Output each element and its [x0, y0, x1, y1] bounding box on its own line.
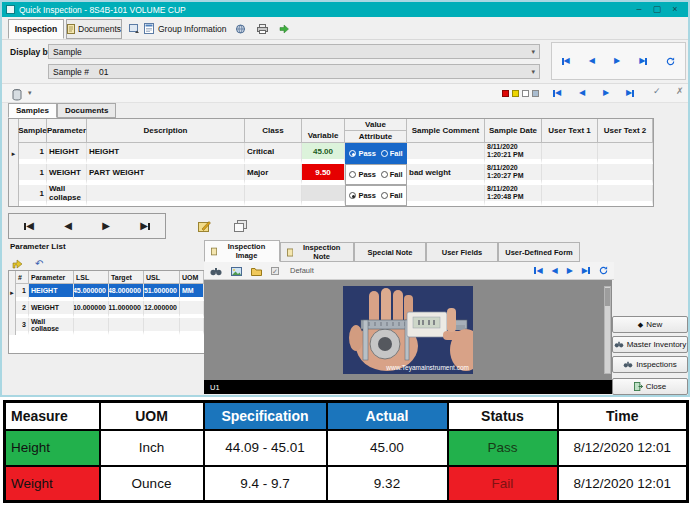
cell-comment[interactable]: bad weight [407, 164, 485, 185]
group-information-button[interactable]: Group Information [144, 21, 227, 36]
edit-icon[interactable] [198, 218, 211, 236]
cell-parameter[interactable]: Wall collapse [47, 185, 87, 206]
cell-date[interactable]: 8/11/2020 1:20:21 PM [485, 143, 542, 164]
find-binoculars-icon[interactable] [210, 262, 222, 280]
cell-parameter[interactable]: HEIGHT [29, 284, 74, 301]
tab-user-fields[interactable]: User Fields [426, 242, 498, 262]
cell-usl[interactable]: 12.000000 [144, 301, 180, 318]
cell-parameter[interactable]: WEIGHT [47, 164, 87, 185]
fail-radio[interactable]: Fail [381, 170, 403, 179]
tab-inspection-image[interactable]: Inspection Image [204, 240, 280, 262]
previous-row-icon[interactable]: ◀ [579, 89, 585, 97]
cell-description[interactable]: PART WEIGHT [87, 164, 245, 185]
cell-sample[interactable]: 1 [19, 164, 47, 185]
cell-date[interactable]: 8/11/2020 1:20:27 PM [485, 164, 542, 185]
fail-radio[interactable]: Fail [381, 149, 403, 158]
image-scrollbar[interactable] [604, 286, 611, 374]
cell-variable[interactable]: 9.50 [302, 164, 345, 185]
display-by-select[interactable]: Sample ▾ [48, 44, 540, 59]
undo-icon[interactable]: ↶ [35, 259, 43, 269]
cell-comment[interactable] [407, 185, 485, 206]
cell-variable[interactable] [302, 185, 345, 206]
cell-uom[interactable]: MM [180, 284, 204, 301]
new-button[interactable]: ◆ New [612, 316, 688, 333]
transfer-icon[interactable] [232, 21, 248, 36]
cell-user1[interactable] [542, 164, 598, 185]
copy-icon[interactable] [234, 218, 247, 236]
last-record-icon[interactable]: ▶ [140, 221, 150, 231]
previous-image-icon[interactable]: ◀ [552, 267, 558, 275]
cell-parameter[interactable]: Wall collapse [29, 318, 74, 335]
cell-parameter[interactable]: HEIGHT [47, 143, 87, 164]
default-checkbox[interactable]: ✓ [271, 267, 279, 275]
cell-lsl[interactable]: 45.000000 [74, 284, 109, 301]
previous-record-icon[interactable]: ◀ [589, 57, 595, 65]
commit-check-icon[interactable]: ✓ [653, 87, 661, 96]
cell-class[interactable] [245, 185, 302, 206]
close-window-button[interactable]: × [666, 2, 684, 17]
tab-special-note[interactable]: Special Note [354, 242, 426, 262]
maximize-button[interactable]: ▢ [648, 2, 666, 17]
cell-lsl[interactable]: 10.000000 [74, 301, 109, 318]
image-icon[interactable] [231, 262, 242, 280]
cell-usl[interactable]: 51.000000 [144, 284, 180, 301]
tab-inspection-note[interactable]: Inspection Note [280, 242, 354, 262]
cell-date[interactable]: 8/11/2020 1:20:48 PM [485, 185, 542, 206]
caliper-photo[interactable]: www.Teyamainstrument.com [343, 286, 473, 374]
first-row-icon[interactable]: ◀ [553, 89, 561, 97]
cell-num[interactable]: 1 [16, 284, 29, 301]
cancel-x-icon[interactable]: ✗ [676, 87, 684, 96]
cell-target[interactable] [109, 318, 144, 335]
next-image-icon[interactable]: ▶ [567, 267, 573, 275]
close-button[interactable]: Close [612, 378, 688, 395]
inspections-button[interactable]: Inspections [612, 356, 688, 373]
first-record-icon[interactable]: ◀ [24, 221, 34, 231]
cell-description[interactable] [87, 185, 245, 206]
cell-variable[interactable]: 45.00 [302, 143, 345, 164]
cell-lsl[interactable] [74, 318, 109, 335]
master-inventory-button[interactable]: Master Inventory [612, 336, 688, 353]
next-record-icon[interactable]: ▶ [102, 221, 110, 231]
cell-parameter[interactable]: WEIGHT [29, 301, 74, 318]
cell-user1[interactable] [542, 143, 598, 164]
folder-icon[interactable] [251, 262, 262, 280]
tab-documents[interactable]: Documents [66, 19, 122, 39]
cell-uom[interactable] [180, 318, 204, 335]
cell-description[interactable]: HEIGHT [87, 143, 245, 164]
cell-usl[interactable] [144, 318, 180, 335]
first-record-icon[interactable]: ◀ [562, 57, 570, 65]
cell-sample[interactable]: 1 [19, 143, 47, 164]
minimize-button[interactable]: – [630, 2, 648, 17]
cell-comment[interactable] [407, 143, 485, 164]
first-image-icon[interactable]: ◀ [534, 267, 542, 275]
chevron-down-icon[interactable]: ▾ [28, 89, 32, 97]
pass-radio[interactable]: Pass [349, 149, 376, 158]
pass-radio[interactable]: Pass [349, 170, 376, 179]
last-row-icon[interactable]: ▶ [626, 89, 634, 97]
previous-record-icon[interactable]: ◀ [64, 221, 72, 231]
tab-inspection[interactable]: Inspection [8, 19, 64, 39]
cell-sample[interactable]: 1 [19, 185, 47, 206]
tab-documents-grid[interactable]: Documents [57, 103, 117, 118]
next-row-icon[interactable]: ▶ [603, 89, 609, 97]
refresh-icon[interactable] [666, 57, 675, 66]
cell-class[interactable]: Major [245, 164, 302, 185]
cell-num[interactable]: 3 [16, 318, 29, 335]
print-icon[interactable] [254, 21, 270, 36]
cell-target[interactable]: 11.000000 [109, 301, 144, 318]
last-image-icon[interactable]: ▶ [582, 267, 590, 275]
last-record-icon[interactable]: ▶ [639, 57, 647, 65]
pass-radio[interactable]: Pass [349, 191, 376, 200]
cell-num[interactable]: 2 [16, 301, 29, 318]
cell-user2[interactable] [598, 164, 653, 185]
fail-radio[interactable]: Fail [381, 191, 403, 200]
tab-samples[interactable]: Samples [8, 103, 57, 118]
cell-user2[interactable] [598, 143, 653, 164]
next-record-icon[interactable]: ▶ [614, 57, 620, 65]
refresh-image-icon[interactable] [599, 266, 608, 275]
go-arrow-icon[interactable] [276, 21, 292, 36]
export-icon[interactable] [126, 21, 142, 36]
cell-user1[interactable] [542, 185, 598, 206]
sample-number-select[interactable]: Sample # 01 ▾ [48, 64, 540, 79]
cell-user2[interactable] [598, 185, 653, 206]
